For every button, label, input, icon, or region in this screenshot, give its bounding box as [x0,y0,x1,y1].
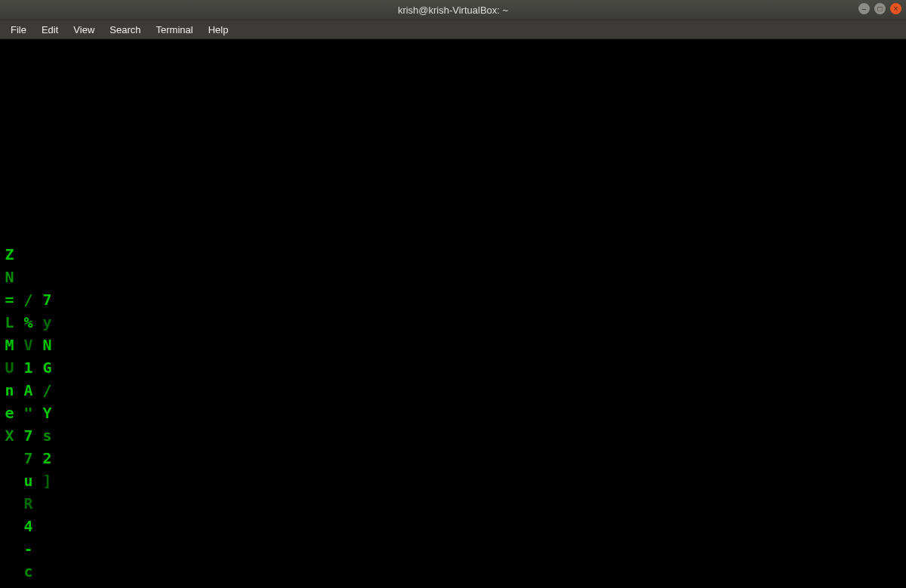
matrix-char: 7 [19,447,38,469]
matrix-char: ] [38,469,57,492]
matrix-char: 7 [19,424,38,447]
matrix-char: Y [38,402,57,424]
matrix-char: u [19,469,38,492]
terminal-window: krish@krish-VirtualBox: ~ – □ × File Edi… [0,0,906,588]
menu-bar: File Edit View Search Terminal Help [0,20,906,39]
window-buttons: – □ × [858,3,901,14]
matrix-char: X [0,424,19,447]
matrix-char: N [0,266,19,288]
matrix-char: A [19,379,38,402]
matrix-char: % [19,311,38,334]
matrix-char: = [0,288,19,311]
matrix-char: 1 [19,356,38,379]
matrix-char: L [0,311,19,334]
matrix-char: V [19,334,38,356]
matrix-char: 4 [19,515,38,537]
title-bar: krish@krish-VirtualBox: ~ – □ × [0,0,906,20]
matrix-char: c [19,560,38,583]
matrix-char: e [0,402,19,424]
matrix-char: Z [0,243,19,266]
matrix-char: G [38,356,57,379]
matrix-char: y [38,311,57,334]
matrix-char: " [19,402,38,424]
menu-help[interactable]: Help [201,23,236,37]
matrix-char: n [0,379,19,402]
menu-edit[interactable]: Edit [34,23,66,37]
menu-file[interactable]: File [3,23,34,37]
matrix-char: / [19,288,38,311]
menu-terminal[interactable]: Terminal [149,23,201,37]
menu-view[interactable]: View [66,23,102,37]
matrix-char: M [0,334,19,356]
maximize-button[interactable]: □ [874,3,886,14]
terminal-area[interactable]: ZN=/7L%yMVNU1GnA/e"YX7s72u]R4-c [0,39,906,588]
matrix-char: / [38,379,57,402]
matrix-char: 2 [38,447,57,469]
matrix-char: 7 [38,288,57,311]
minimize-button[interactable]: – [858,3,870,14]
matrix-char: - [19,537,38,560]
matrix-char: R [19,492,38,515]
matrix-char: s [38,424,57,447]
menu-search[interactable]: Search [102,23,148,37]
matrix-char: N [38,334,57,356]
matrix-char: U [0,356,19,379]
close-button[interactable]: × [890,3,901,14]
window-title: krish@krish-VirtualBox: ~ [398,5,508,16]
